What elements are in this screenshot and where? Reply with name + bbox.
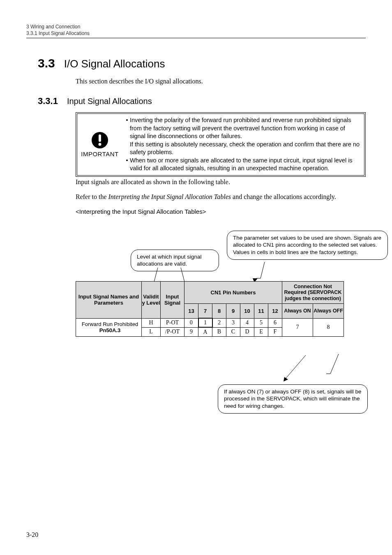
td-l-1: A	[198, 327, 212, 336]
td-h-1: 1	[198, 318, 212, 327]
td-h-5: 5	[254, 318, 268, 327]
th-name: Input Signal Names and Parameters	[76, 281, 142, 318]
th-pin-8: 8	[212, 303, 226, 318]
interpreting-heading: <Interpreting the Input Signal Allocatio…	[76, 208, 366, 215]
th-pin-9: 9	[226, 303, 240, 318]
th-pin-11: 11	[254, 303, 268, 318]
callout-validity-level: Level at which input signal allocations …	[131, 250, 219, 271]
td-conn-7: 7	[282, 318, 313, 336]
td-h-0: 0	[184, 318, 198, 327]
bullet-icon: •	[124, 157, 130, 173]
td-l-2: B	[212, 327, 226, 336]
td-conn-8: 8	[313, 318, 344, 336]
subsection-number: 3.3.1	[38, 96, 58, 106]
important-item-1-sub: If this setting is absolutely necessary,…	[130, 141, 361, 157]
th-input: Input Signal	[161, 281, 184, 318]
th-validity: Validity Level	[142, 281, 161, 318]
page-number: 3-20	[26, 531, 38, 539]
subsection-title: Input Signal Allocations	[67, 97, 152, 106]
td-l-6: F	[268, 327, 282, 336]
important-box: IMPORTANT • Inverting the polarity of th…	[76, 112, 366, 177]
body-p1: Input signals are allocated as shown in …	[76, 178, 366, 186]
th-pin-10: 10	[240, 303, 254, 318]
th-pin-7: 7	[198, 303, 212, 318]
svg-marker-6	[284, 377, 288, 382]
body-p2: Refer to the Interpreting the Input Sign…	[76, 193, 366, 201]
section-heading: 3.3 I/O Signal Allocations	[38, 56, 366, 70]
th-always-off: Always OFF	[313, 303, 344, 318]
td-level-h: H	[142, 318, 161, 327]
body-p2-italic: Interpreting the Input Signal Allocation…	[108, 193, 231, 200]
th-pin-13: 13	[184, 303, 198, 318]
section-intro: This section describes the I/O signal al…	[76, 78, 366, 85]
running-header-chapter: 3 Wiring and Connection	[26, 24, 366, 30]
callout-cn1-values: The parameter set values to be used are …	[227, 231, 388, 260]
section-number: 3.3	[38, 56, 55, 70]
td-h-3: 3	[226, 318, 240, 327]
subsection-heading: 3.3.1 Input Signal Allocations	[38, 96, 366, 106]
section-title: I/O Signal Allocations	[64, 58, 165, 70]
important-item-2: When two or more signals are allocated t…	[130, 157, 361, 173]
allocation-table: Input Signal Names and Parameters Validi…	[76, 281, 344, 337]
svg-rect-1	[99, 134, 101, 142]
th-always-on: Always ON	[282, 303, 313, 318]
running-header-subsection: 3.3.1 Input Signal Allocations	[26, 30, 366, 38]
td-signal-name: Forward Run Prohibited Pn50A.3	[76, 318, 142, 336]
allocation-diagram: Level at which input signal allocations …	[76, 226, 366, 423]
important-label: IMPORTANT	[81, 150, 118, 157]
callout-cn1-text: The parameter set values to be used are …	[233, 235, 381, 255]
td-signal-h: P-OT	[161, 318, 184, 327]
important-item-1: Inverting the polarity of the forward ru…	[130, 116, 361, 141]
td-l-0: 9	[184, 327, 198, 336]
th-pin-12: 12	[268, 303, 282, 318]
td-h-6: 6	[268, 318, 282, 327]
td-l-4: D	[240, 327, 254, 336]
td-level-l: L	[142, 327, 161, 336]
th-cn1: CN1 Pin Numbers	[184, 281, 282, 303]
td-l-5: E	[254, 327, 268, 336]
td-signal-l: /P-OT	[161, 327, 184, 336]
bullet-icon: •	[124, 116, 130, 141]
callout-always-on-off: If always ON (7) or always OFF (8) is se…	[218, 384, 368, 414]
th-connection: Connection Not Required (SERVOPACK judge…	[282, 281, 344, 303]
td-h-4: 4	[240, 318, 254, 327]
exclamation-icon	[91, 132, 108, 149]
body-p2-b: and change the allocations accordingly.	[231, 193, 336, 200]
td-h-2: 2	[212, 318, 226, 327]
body-p2-a: Refer to the	[76, 193, 108, 200]
td-l-3: C	[226, 327, 240, 336]
svg-point-2	[99, 143, 101, 146]
